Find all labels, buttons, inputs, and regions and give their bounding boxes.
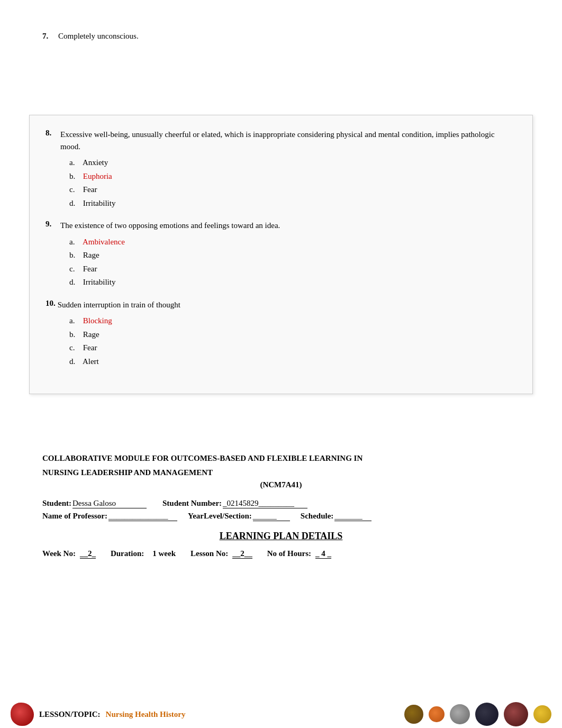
item-8-number: 8.	[46, 129, 60, 138]
decorative-blob-darkblue	[475, 703, 498, 726]
item-7-number: 7.	[42, 32, 58, 41]
schedule-label: Schedule:	[301, 512, 334, 521]
module-title-line1: COLLABORATIVE MODULE FOR OUTCOMES-BASED …	[42, 452, 520, 465]
student-name: Dessa Galoso	[72, 499, 147, 508]
lesson-label: Lesson No:	[191, 549, 228, 558]
year-level-value: ______	[253, 512, 290, 521]
student-number-label: Student Number:	[162, 499, 222, 508]
list-item: c. Fear	[69, 184, 516, 196]
list-item: a. Ambivalence	[69, 236, 516, 248]
week-info-row: Week No: __2_ Duration: 1 week Lesson No…	[42, 549, 520, 559]
hours-label: No of Hours:	[267, 549, 311, 558]
item-10-options: a. Blocking b. Rage c. Fear d. Alert	[46, 315, 516, 367]
item-7: 7. Completely unconscious.	[42, 32, 520, 41]
item-8-options: a. Anxiety b. Euphoria c. Fear d. Irrita…	[46, 157, 516, 209]
decorative-blob-gray	[450, 704, 470, 724]
student-info: Student: Dessa Galoso Student Number: _0…	[42, 499, 520, 521]
student-label: Student:	[42, 499, 71, 508]
item-9-question: The existence of two opposing emotions a…	[60, 220, 280, 232]
item-9-options: a. Ambivalence b. Rage c. Fear d. Irrita…	[46, 236, 516, 288]
item-7-text: Completely unconscious.	[58, 32, 139, 41]
professor-value: _______________	[108, 512, 177, 521]
list-item: d. Irritability	[69, 197, 516, 210]
item-10-question: Sudden interruption in train of thought	[58, 299, 180, 311]
learning-plan-title: LEARNING PLAN DETAILS	[42, 531, 520, 542]
list-item: b. Rage	[69, 249, 516, 261]
lesson-topic-value: Nursing Health History	[106, 710, 186, 719]
year-level-label: YearLevel/Section:	[188, 512, 252, 521]
decorative-blob-darkred	[504, 702, 528, 726]
schedule-value: _______	[334, 512, 371, 521]
list-item: a. Anxiety	[69, 157, 516, 169]
item-10-number: 10.	[46, 299, 56, 308]
quiz-item-10: 10. Sudden interruption in train of thou…	[46, 299, 516, 368]
module-subtitle: (NCM7A41)	[42, 480, 520, 489]
bottom-section: COLLABORATIVE MODULE FOR OUTCOMES-BASED …	[0, 436, 562, 559]
quiz-item-9: 9. The existence of two opposing emotion…	[46, 220, 516, 288]
professor-label: Name of Professor:	[42, 512, 107, 521]
student-info-row-1: Student: Dessa Galoso Student Number: _0…	[42, 499, 520, 508]
decorative-blob-yellow	[533, 705, 551, 723]
quiz-item-8: 8. Excessive well-being, unusually cheer…	[46, 129, 516, 209]
list-item: c. Fear	[69, 342, 516, 354]
item-9-number: 9.	[46, 220, 60, 229]
week-label: Week No:	[42, 549, 76, 558]
module-title-line2: NURSING LEADERSHIP AND MANAGEMENT	[42, 467, 520, 479]
lesson-value: __2__	[232, 549, 252, 559]
duration-value: 1 week	[152, 549, 176, 558]
list-item: b. Euphoria	[69, 170, 516, 183]
week-value: __2_	[80, 549, 96, 559]
student-number: _02145829_________	[223, 499, 307, 508]
list-item: a. Blocking	[69, 315, 516, 327]
lesson-topic-label: LESSON/TOPIC:	[39, 710, 101, 719]
hours-value: _ 4 _	[315, 549, 331, 559]
decorative-blob-brown	[404, 705, 423, 724]
top-section: 7. Completely unconscious.	[0, 0, 562, 62]
list-item: d. Irritability	[69, 276, 516, 288]
list-item: c. Fear	[69, 263, 516, 275]
decorative-blob-orange	[429, 706, 445, 722]
decorative-blob-red	[11, 703, 34, 726]
list-item: d. Alert	[69, 356, 516, 368]
duration-label: Duration:	[111, 549, 144, 558]
list-item: b. Rage	[69, 329, 516, 341]
student-info-row-2: Name of Professor: _______________ YearL…	[42, 512, 520, 521]
quiz-card: 8. Excessive well-being, unusually cheer…	[29, 115, 533, 394]
item-8-question: Excessive well-being, unusually cheerful…	[60, 129, 516, 152]
